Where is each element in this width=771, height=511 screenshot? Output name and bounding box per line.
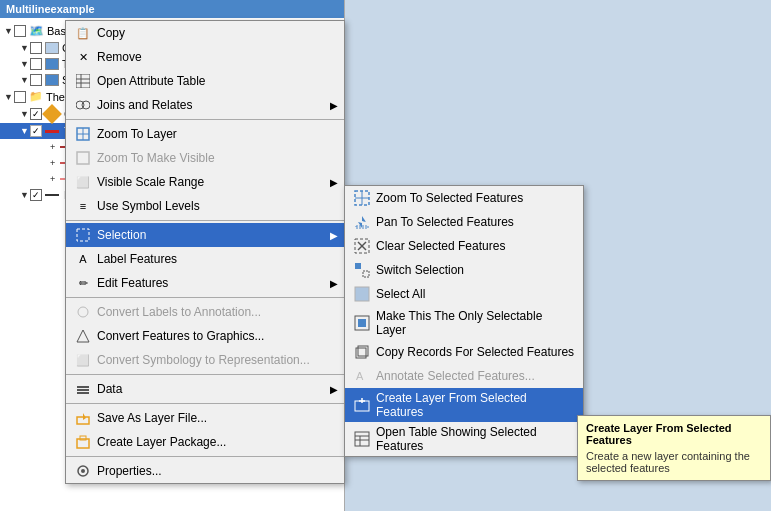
scale-icon: ⬜ bbox=[74, 173, 92, 191]
submenu-item-label: Clear Selected Features bbox=[376, 239, 505, 253]
submenu-item-clear-sel[interactable]: Clear Selected Features bbox=[345, 234, 583, 258]
svg-rect-31 bbox=[363, 271, 369, 277]
menu-item-zoom-layer[interactable]: Zoom To Layer bbox=[66, 122, 344, 146]
layer-checkbox[interactable] bbox=[14, 91, 26, 103]
menu-item-open-attr[interactable]: Open Attribute Table bbox=[66, 69, 344, 93]
menu-item-label: Data bbox=[97, 382, 122, 396]
svg-rect-30 bbox=[355, 263, 361, 269]
menu-item-joins[interactable]: Joins and Relates ▶ bbox=[66, 93, 344, 117]
menu-item-selection[interactable]: Selection ▶ bbox=[66, 223, 344, 247]
menu-item-convert-graphics[interactable]: Convert Features to Graphics... bbox=[66, 324, 344, 348]
table-icon bbox=[74, 72, 92, 90]
submenu-arrow: ▶ bbox=[330, 177, 338, 188]
layer-checkbox[interactable] bbox=[30, 42, 42, 54]
layer-checkbox[interactable] bbox=[30, 108, 42, 120]
svg-rect-32 bbox=[355, 287, 369, 301]
layer-swatch bbox=[45, 194, 59, 196]
submenu-item-copy-rec[interactable]: Copy Records For Selected Features bbox=[345, 340, 583, 364]
menu-item-label: Properties... bbox=[97, 464, 162, 478]
convert2-icon bbox=[74, 327, 92, 345]
menu-item-scale-range[interactable]: ⬜ Visible Scale Range ▶ bbox=[66, 170, 344, 194]
annotate-icon: A bbox=[353, 367, 371, 385]
save-icon bbox=[74, 409, 92, 427]
create-layer-icon bbox=[353, 396, 371, 414]
data-icon bbox=[74, 380, 92, 398]
submenu-item-label: Pan To Selected Features bbox=[376, 215, 514, 229]
separator bbox=[66, 297, 344, 298]
layer-swatch bbox=[42, 104, 62, 124]
svg-rect-41 bbox=[355, 432, 369, 446]
layer-checkbox[interactable] bbox=[30, 58, 42, 70]
layer-swatch bbox=[45, 130, 59, 133]
remove-icon: ✕ bbox=[74, 48, 92, 66]
svg-rect-14 bbox=[77, 389, 89, 391]
menu-item-edit-features[interactable]: ✏ Edit Features ▶ bbox=[66, 271, 344, 295]
layer-checkbox[interactable] bbox=[30, 74, 42, 86]
menu-item-label: Remove bbox=[97, 50, 142, 64]
tooltip-description: Create a new layer containing the select… bbox=[586, 450, 762, 474]
submenu-item-pan-sel[interactable]: Pan To Selected Features bbox=[345, 210, 583, 234]
submenu-item-label: Select All bbox=[376, 287, 425, 301]
select-all-icon bbox=[353, 285, 371, 303]
submenu-item-label: Open Table Showing Selected Features bbox=[376, 425, 575, 453]
tooltip-box: Create Layer From Selected Features Crea… bbox=[577, 415, 771, 481]
menu-item-label: Convert Symbology to Representation... bbox=[97, 353, 310, 367]
expand-icon: ▼ bbox=[20, 75, 30, 85]
layer-swatch bbox=[45, 74, 59, 86]
submenu-item-only-sel[interactable]: Make This The Only Selectable Layer bbox=[345, 306, 583, 340]
menu-item-symbol-levels[interactable]: ≡ Use Symbol Levels bbox=[66, 194, 344, 218]
menu-item-label: Visible Scale Range bbox=[97, 175, 204, 189]
clear-sel-icon bbox=[353, 237, 371, 255]
svg-marker-12 bbox=[77, 330, 89, 342]
zoom-sel-icon bbox=[353, 189, 371, 207]
menu-item-label: Zoom To Make Visible bbox=[97, 151, 215, 165]
menu-item-layer-package[interactable]: Create Layer Package... bbox=[66, 430, 344, 454]
only-sel-icon bbox=[353, 314, 371, 332]
menu-item-save-layer[interactable]: Save As Layer File... bbox=[66, 406, 344, 430]
layer-swatch bbox=[45, 42, 59, 54]
submenu-item-open-table[interactable]: Open Table Showing Selected Features bbox=[345, 422, 583, 456]
svg-point-11 bbox=[78, 307, 88, 317]
zoom-icon bbox=[74, 125, 92, 143]
svg-rect-34 bbox=[358, 319, 366, 327]
expand-icon: ▼ bbox=[4, 26, 14, 36]
menu-item-data[interactable]: Data ▶ bbox=[66, 377, 344, 401]
menu-item-label: Selection bbox=[97, 228, 146, 242]
layer-checkbox[interactable] bbox=[30, 125, 42, 137]
menu-item-label: Copy bbox=[97, 26, 125, 40]
menu-item-label: Edit Features bbox=[97, 276, 168, 290]
menu-item-label-features[interactable]: A Label Features bbox=[66, 247, 344, 271]
svg-rect-0 bbox=[76, 74, 90, 88]
expand-icon: ▼ bbox=[20, 190, 30, 200]
menu-item-label: Convert Features to Graphics... bbox=[97, 329, 264, 343]
layer-icon: 📁 bbox=[29, 90, 43, 103]
layer-checkbox[interactable] bbox=[30, 189, 42, 201]
submenu-item-zoom-sel[interactable]: Zoom To Selected Features bbox=[345, 186, 583, 210]
props-icon bbox=[74, 462, 92, 480]
menu-item-convert-symbology: ⬜ Convert Symbology to Representation... bbox=[66, 348, 344, 372]
zoom2-icon bbox=[74, 149, 92, 167]
menu-item-label: Convert Labels to Annotation... bbox=[97, 305, 261, 319]
convert1-icon bbox=[74, 303, 92, 321]
svg-point-5 bbox=[82, 101, 90, 109]
expand-icon: + bbox=[50, 142, 60, 152]
expand-icon: ▼ bbox=[20, 109, 30, 119]
menu-item-copy[interactable]: 📋 Copy bbox=[66, 21, 344, 45]
submenu-item-label: Copy Records For Selected Features bbox=[376, 345, 574, 359]
open-table-icon bbox=[353, 430, 371, 448]
layer-checkbox[interactable] bbox=[14, 25, 26, 37]
submenu-item-label: Switch Selection bbox=[376, 263, 464, 277]
package-icon bbox=[74, 433, 92, 451]
edit-icon: ✏ bbox=[74, 274, 92, 292]
submenu-item-select-all[interactable]: Select All bbox=[345, 282, 583, 306]
menu-item-label: Use Symbol Levels bbox=[97, 199, 200, 213]
svg-text:A: A bbox=[356, 370, 364, 382]
submenu-item-create-layer[interactable]: Create Layer From Selected Features bbox=[345, 388, 583, 422]
copy-rec-icon bbox=[353, 343, 371, 361]
menu-item-properties[interactable]: Properties... bbox=[66, 459, 344, 483]
submenu-item-switch-sel[interactable]: Switch Selection bbox=[345, 258, 583, 282]
toc-title: Multilineexample bbox=[0, 0, 344, 18]
menu-item-remove[interactable]: ✕ Remove bbox=[66, 45, 344, 69]
selection-icon bbox=[74, 226, 92, 244]
menu-item-zoom-visible: Zoom To Make Visible bbox=[66, 146, 344, 170]
